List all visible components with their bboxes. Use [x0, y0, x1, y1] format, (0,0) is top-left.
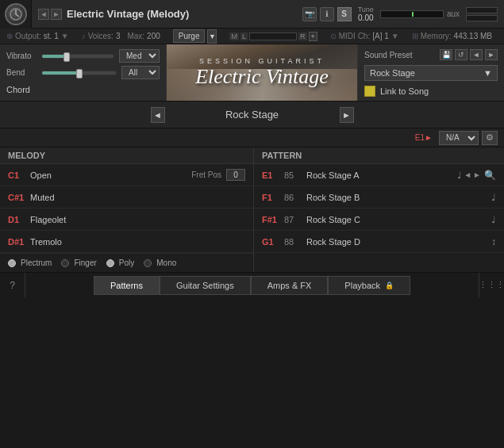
footer-menu-btn[interactable]: ⋮⋮⋮	[479, 273, 504, 297]
e1-label: E1►	[415, 133, 433, 142]
toolbar-row: E1► N/A ⚙	[0, 128, 504, 147]
preset-dropdown[interactable]: Rock Stage ▼	[364, 65, 498, 81]
midi-dropdown-btn[interactable]: ▼	[391, 32, 399, 40]
pattern-prev-e1[interactable]: ◄	[464, 170, 471, 179]
pattern-search-e1[interactable]: 🔍	[484, 170, 496, 181]
plectrum-radio[interactable]	[8, 259, 16, 267]
pattern-name-g1: Rock Stage D	[306, 237, 488, 247]
max-value: 200	[147, 32, 160, 40]
bend-slider[interactable]	[41, 71, 117, 75]
tab-guitar-settings[interactable]: Guitar Settings	[160, 276, 251, 295]
pattern-num-e1: 85	[284, 170, 306, 180]
pattern-row-e1[interactable]: E1 85 Rock Stage A ♩ ◄ ► 🔍	[254, 164, 504, 186]
bend-label: Bend	[6, 68, 37, 77]
tab-patterns[interactable]: Patterns	[94, 276, 160, 295]
link-to-song-row: Link to Song	[364, 86, 498, 97]
tab-amps-fx[interactable]: Amps & FX	[251, 276, 329, 295]
memory-icon: ⊞	[412, 32, 418, 40]
session-guitarist-label: SESSION GUITARIST	[195, 57, 329, 65]
melody-row-ds1[interactable]: D#1 Tremolo	[0, 231, 253, 253]
preset-save-btn[interactable]: 💾	[440, 49, 452, 60]
vibrato-label: Vibrato	[6, 52, 37, 60]
melody-row-c1[interactable]: C1 Open Fret Pos 0	[0, 164, 253, 186]
bend-row: Bend All Half	[6, 66, 160, 79]
pattern-next-e1[interactable]: ►	[473, 170, 481, 179]
pattern-name-e1: Rock Stage A	[306, 170, 454, 180]
pattern-num-g1: 88	[284, 237, 306, 247]
plectrum-group: Plectrum	[8, 258, 52, 267]
pattern-row-f1[interactable]: F1 86 Rock Stage B ♩	[254, 186, 504, 209]
controls-row: Vibrato Med Low High Bend All Half C	[0, 44, 504, 101]
melody-note-c1: C1	[8, 170, 30, 180]
mono-radio[interactable]	[144, 259, 152, 267]
guitar-image-area: SESSION GUITARIST Electric Vintage	[167, 44, 357, 101]
na-dropdown[interactable]: N/A	[439, 131, 479, 145]
tab-playback[interactable]: Playback 🔒	[328, 276, 410, 295]
melody-row-d1[interactable]: D1 Flageolet	[0, 209, 253, 231]
expand-btn[interactable]: +	[309, 32, 317, 41]
controls-left: Vibrato Med Low High Bend All Half C	[0, 44, 167, 101]
melody-note-ds1: D#1	[8, 237, 30, 247]
output-info: ⊕ Output: st. 1 ▼	[6, 32, 69, 40]
bend-dropdown[interactable]: All Half	[121, 66, 160, 79]
footer-menu-icon: ⋮⋮⋮	[479, 280, 504, 290]
midi-icon: ⊙	[330, 32, 337, 40]
melody-panel: MELODY C1 Open Fret Pos 0 C#1 Muted D1 F…	[0, 147, 254, 272]
link-to-song-checkbox[interactable]	[364, 86, 375, 97]
midi-value: [A] 1	[372, 32, 389, 40]
tune-value: 0.00	[358, 13, 373, 22]
output-dropdown-btn[interactable]: ▼	[61, 32, 69, 40]
stage-next-btn[interactable]: ►	[340, 107, 354, 123]
pattern-note-g1: G1	[262, 237, 284, 247]
poly-radio[interactable]	[106, 259, 114, 267]
stage-prev-btn[interactable]: ◄	[151, 107, 165, 123]
s-button[interactable]: S	[337, 7, 352, 21]
help-label: ?	[10, 280, 15, 291]
finger-radio[interactable]	[61, 259, 69, 267]
voices-label: Voices:	[88, 32, 113, 40]
pattern-row-fs1[interactable]: F#1 87 Rock Stage C ♩	[254, 209, 504, 231]
preset-refresh-btn[interactable]: ↺	[455, 49, 467, 60]
pattern-note-icon-e1: ♩	[457, 170, 462, 181]
nav-next-btn[interactable]: ►	[51, 9, 62, 20]
wrench-btn[interactable]: ⚙	[482, 131, 498, 145]
purge-dropdown-btn[interactable]: ▼	[207, 29, 217, 44]
camera-icon[interactable]: 📷	[302, 7, 317, 21]
controls-right: Sound Preset 💾 ↺ ◄ ► Rock Stage ▼ Link t…	[357, 44, 504, 101]
tune-label: Tune	[358, 6, 374, 13]
midi-info: ⊙ MIDI Ch: [A] 1 ▼	[330, 32, 399, 40]
header-bar: ◄ ► Electric Vintage (Melody) 📷 ℹ S Tune…	[0, 0, 504, 29]
output-label: Output:	[15, 32, 41, 40]
tuner-meter	[380, 10, 444, 18]
max-label: Max:	[127, 32, 144, 40]
title-area: ◄ ► Electric Vintage (Melody)	[32, 8, 296, 20]
help-button[interactable]: ?	[0, 273, 25, 297]
vibrato-slider[interactable]	[41, 54, 114, 59]
info-row: ⊕ Output: st. 1 ▼ ♪ Voices: 3 Max: 200 P…	[0, 29, 504, 44]
footer-tabs: Patterns Guitar Settings Amps & FX Playb…	[25, 276, 479, 295]
logo-icon	[5, 3, 27, 25]
lr-labels: M L R +	[229, 32, 317, 41]
nav-prev-btn[interactable]: ◄	[38, 9, 49, 20]
melody-name-d1: Flageolet	[30, 215, 245, 224]
pattern-note-fs1: F#1	[262, 215, 284, 224]
purge-button[interactable]: Purge	[173, 29, 206, 43]
melody-row-cs1[interactable]: C#1 Muted	[0, 186, 253, 209]
pattern-note-icon-f1: ♩	[491, 192, 496, 203]
footer: ? Patterns Guitar Settings Amps & FX Pla…	[0, 272, 504, 297]
pattern-note-e1: E1	[262, 170, 284, 180]
vibrato-dropdown[interactable]: Med Low High	[119, 49, 160, 63]
memory-value: 443.13 MB	[454, 32, 492, 40]
pattern-row-g1[interactable]: G1 88 Rock Stage D ↕	[254, 231, 504, 253]
voices-icon: ♪	[82, 32, 86, 40]
pattern-name-f1: Rock Stage B	[306, 193, 488, 202]
preset-prev-btn[interactable]: ◄	[470, 49, 483, 60]
tab-guitar-settings-label: Guitar Settings	[176, 281, 234, 290]
melody-note-d1: D1	[8, 215, 30, 224]
memory-label: Memory:	[421, 32, 452, 40]
info-icon[interactable]: ℹ	[320, 7, 334, 21]
r-label: R	[298, 33, 307, 40]
fret-pos-val: 0	[226, 169, 245, 181]
melody-header: MELODY	[0, 147, 253, 164]
preset-next-btn[interactable]: ►	[485, 49, 498, 60]
